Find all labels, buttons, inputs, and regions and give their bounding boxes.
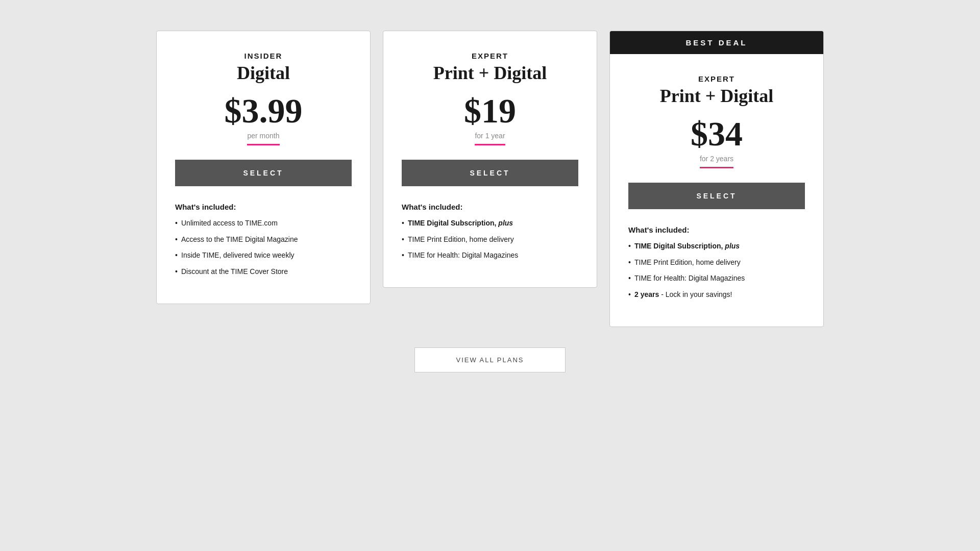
plan-card-expert-1yr: EXPERT Print + Digital $19 for 1 year SE… bbox=[383, 31, 597, 288]
plan-period-wrapper-expert-2yr: for 2 years bbox=[628, 154, 805, 168]
plan-price-expert-2yr: $34 bbox=[628, 116, 805, 151]
feature-item: Inside TIME, delivered twice weekly bbox=[175, 251, 352, 261]
plan-period-expert-1yr: for 1 year bbox=[475, 132, 505, 145]
plan-tier-expert-1yr: EXPERT bbox=[402, 52, 578, 60]
best-deal-banner: BEST DEAL bbox=[610, 31, 823, 54]
plans-container: INSIDER Digital $3.99 per month SELECT W… bbox=[133, 31, 847, 327]
select-button-insider[interactable]: SELECT bbox=[175, 160, 352, 186]
whats-included-label-expert-1yr: What's included: bbox=[402, 203, 578, 211]
plan-period-wrapper-expert-1yr: for 1 year bbox=[402, 131, 578, 145]
feature-item: TIME Digital Subscription, plus bbox=[628, 241, 805, 252]
whats-included-label-expert-2yr: What's included: bbox=[628, 226, 805, 234]
view-all-plans-button[interactable]: VIEW ALL PLANS bbox=[414, 347, 565, 372]
feature-item: 2 years - Lock in your savings! bbox=[628, 290, 805, 300]
feature-item: Access to the TIME Digital Magazine bbox=[175, 235, 352, 245]
bottom-button-row: VIEW ALL PLANS bbox=[414, 347, 565, 372]
plan-price-expert-1yr: $19 bbox=[402, 93, 578, 128]
feature-italic-text: plus bbox=[498, 219, 513, 227]
plan-period-insider: per month bbox=[247, 132, 279, 145]
feature-item: TIME for Health: Digital Magazines bbox=[402, 251, 578, 261]
feature-item: TIME Print Edition, home delivery bbox=[402, 235, 578, 245]
plan-name-insider: Digital bbox=[175, 62, 352, 84]
feature-item: TIME for Health: Digital Magazines bbox=[628, 273, 805, 284]
plan-body-expert-2yr: EXPERT Print + Digital $34 for 2 years S… bbox=[610, 54, 823, 327]
plan-body-insider: INSIDER Digital $3.99 per month SELECT W… bbox=[157, 31, 370, 304]
features-list-expert-2yr: TIME Digital Subscription, plus TIME Pri… bbox=[628, 241, 805, 299]
feature-item: Discount at the TIME Cover Store bbox=[175, 267, 352, 277]
whats-included-label-insider: What's included: bbox=[175, 203, 352, 211]
select-button-expert-1yr[interactable]: SELECT bbox=[402, 160, 578, 186]
feature-2years-bold: 2 years bbox=[634, 290, 659, 298]
feature-item: TIME Digital Subscription, plus bbox=[402, 218, 578, 229]
features-list-insider: Unlimited access to TIME.com Access to t… bbox=[175, 218, 352, 277]
plan-body-expert-1yr: EXPERT Print + Digital $19 for 1 year SE… bbox=[383, 31, 597, 287]
feature-item: TIME Print Edition, home delivery bbox=[628, 258, 805, 268]
plan-name-expert-2yr: Print + Digital bbox=[628, 85, 805, 107]
plan-tier-expert-2yr: EXPERT bbox=[628, 74, 805, 83]
plan-name-expert-1yr: Print + Digital bbox=[402, 62, 578, 84]
plan-period-expert-2yr: for 2 years bbox=[700, 155, 733, 168]
feature-bold-text: TIME Digital Subscription, plus bbox=[408, 219, 513, 227]
feature-item: Unlimited access to TIME.com bbox=[175, 218, 352, 229]
select-button-expert-2yr[interactable]: SELECT bbox=[628, 183, 805, 209]
plan-card-expert-2yr: BEST DEAL EXPERT Print + Digital $34 for… bbox=[609, 31, 824, 327]
plan-tier-insider: INSIDER bbox=[175, 52, 352, 60]
features-list-expert-1yr: TIME Digital Subscription, plus TIME Pri… bbox=[402, 218, 578, 261]
plan-period-wrapper-insider: per month bbox=[175, 131, 352, 145]
feature-bold-text: TIME Digital Subscription, plus bbox=[634, 242, 740, 250]
plan-price-insider: $3.99 bbox=[175, 93, 352, 128]
plan-card-insider-digital: INSIDER Digital $3.99 per month SELECT W… bbox=[156, 31, 371, 304]
feature-italic-text: plus bbox=[725, 242, 740, 250]
